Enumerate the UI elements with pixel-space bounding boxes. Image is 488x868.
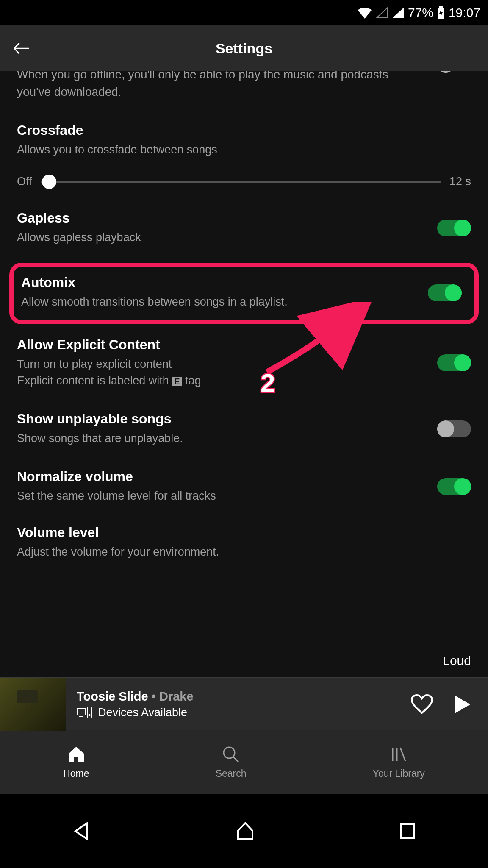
gapless-toggle[interactable] (437, 220, 471, 236)
crossfade-slider-row: Off 12 s (17, 175, 471, 188)
automix-highlight-annotation: Automix Allow smooth transitions between… (9, 263, 479, 324)
unplayable-toggle[interactable] (437, 420, 471, 437)
battery-percent: 77% (408, 6, 433, 20)
normalize-title: Normalize volume (17, 469, 471, 484)
search-icon (222, 745, 240, 764)
android-nav-bar (0, 794, 488, 868)
svg-line-10 (400, 748, 405, 761)
toggle-knob (454, 478, 471, 495)
offline-setting-desc: When you go offline, you'll only be able… (17, 71, 471, 100)
devices-label: Devices Available (98, 706, 187, 719)
clock-time: 19:07 (449, 6, 480, 20)
settings-header: Settings (0, 25, 488, 71)
home-icon (67, 745, 86, 764)
now-playing-actions (411, 694, 488, 715)
nav-back-icon[interactable] (71, 821, 92, 842)
gapless-title: Gapless (17, 210, 471, 226)
arrow-left-icon (13, 41, 30, 56)
track-title: Toosie Slide (77, 690, 148, 703)
battery-charging-icon (437, 6, 445, 19)
wifi-icon (357, 7, 372, 19)
nav-recent-icon[interactable] (398, 822, 417, 840)
signal-empty-icon (376, 7, 388, 19)
crossfade-min-label: Off (17, 175, 32, 188)
crossfade-slider[interactable] (41, 181, 441, 183)
library-icon (389, 745, 408, 764)
explicit-toggle[interactable] (437, 354, 471, 371)
tab-library-label: Your Library (373, 768, 425, 779)
automix-toggle[interactable] (428, 284, 462, 301)
back-button[interactable] (13, 40, 30, 57)
toggle-knob (454, 354, 471, 371)
volume-level-setting[interactable]: Volume level Adjust the volume for your … (17, 525, 471, 560)
heart-icon[interactable] (411, 694, 433, 715)
tab-search[interactable]: Search (216, 745, 247, 779)
explicit-tag-icon: E (172, 377, 182, 386)
svg-rect-2 (77, 708, 86, 715)
tab-library[interactable]: Your Library (373, 745, 425, 779)
toggle-knob (454, 220, 471, 236)
unplayable-desc: Show songs that are unplayable. (17, 430, 471, 447)
gapless-desc: Allows gapless playback (17, 229, 471, 246)
crossfade-setting: Crossfade Allows you to crossfade betwee… (17, 122, 471, 188)
tab-home-label: Home (63, 768, 89, 779)
automix-setting[interactable]: Automix Allow smooth transitions between… (18, 275, 465, 310)
normalize-setting[interactable]: Normalize volume Set the same volume lev… (17, 469, 471, 504)
svg-point-5 (89, 714, 91, 716)
automix-desc: Allow smooth transitions between songs i… (21, 294, 465, 310)
volume-level-title: Volume level (17, 525, 471, 540)
unplayable-setting[interactable]: Show unplayable songs Show songs that ar… (17, 411, 471, 447)
volume-level-value[interactable]: Loud (443, 654, 471, 668)
tab-search-label: Search (216, 768, 247, 779)
explicit-desc-line2-post: tag (182, 374, 201, 387)
svg-rect-4 (87, 707, 92, 718)
svg-rect-11 (401, 824, 414, 838)
track-separator: • (148, 690, 159, 703)
now-playing-info[interactable]: Toosie Slide • Drake Devices Available (66, 690, 411, 719)
now-playing-bar[interactable]: Toosie Slide • Drake Devices Available (0, 677, 488, 730)
explicit-desc-line1: Turn on to play explicit content (17, 358, 172, 370)
tab-home[interactable]: Home (63, 745, 89, 779)
devices-available[interactable]: Devices Available (77, 706, 411, 719)
play-icon[interactable] (454, 695, 471, 714)
svg-line-7 (233, 757, 238, 762)
devices-icon (77, 707, 92, 718)
svg-rect-1 (439, 6, 443, 8)
unplayable-title: Show unplayable songs (17, 411, 471, 427)
svg-point-6 (224, 747, 235, 758)
volume-level-desc: Adjust the volume for your environment. (17, 544, 471, 560)
status-icons-group: 77% 19:07 (357, 6, 480, 20)
explicit-title: Allow Explicit Content (17, 337, 471, 353)
explicit-setting[interactable]: Allow Explicit Content Turn on to play e… (17, 337, 471, 389)
now-playing-title-row: Toosie Slide • Drake (77, 690, 411, 704)
explicit-desc: Turn on to play explicit content Explici… (17, 356, 471, 389)
album-art[interactable] (0, 678, 66, 731)
normalize-toggle[interactable] (437, 478, 471, 495)
toggle-knob (445, 284, 462, 301)
nav-home-icon[interactable] (235, 821, 256, 842)
crossfade-title: Crossfade (17, 122, 471, 138)
bottom-tab-nav: Home Search Your Library (0, 730, 488, 794)
crossfade-desc: Allows you to crossfade between songs (17, 142, 471, 158)
normalize-desc: Set the same volume level for all tracks (17, 488, 471, 504)
gapless-setting[interactable]: Gapless Allows gapless playback (17, 210, 471, 246)
explicit-desc-line2-pre: Explicit content is labeled with (17, 374, 172, 387)
automix-title: Automix (21, 275, 465, 290)
annotation-number: 2 (261, 368, 275, 398)
toggle-knob (437, 420, 454, 437)
android-status-bar: 77% 19:07 (0, 0, 488, 25)
svg-rect-3 (79, 716, 83, 717)
crossfade-max-label: 12 s (449, 175, 471, 188)
settings-content[interactable]: When you go offline, you'll only be able… (0, 71, 488, 677)
signal-icon (392, 7, 405, 19)
track-artist: Drake (159, 690, 194, 703)
page-title: Settings (216, 40, 272, 57)
slider-thumb[interactable] (42, 175, 56, 189)
